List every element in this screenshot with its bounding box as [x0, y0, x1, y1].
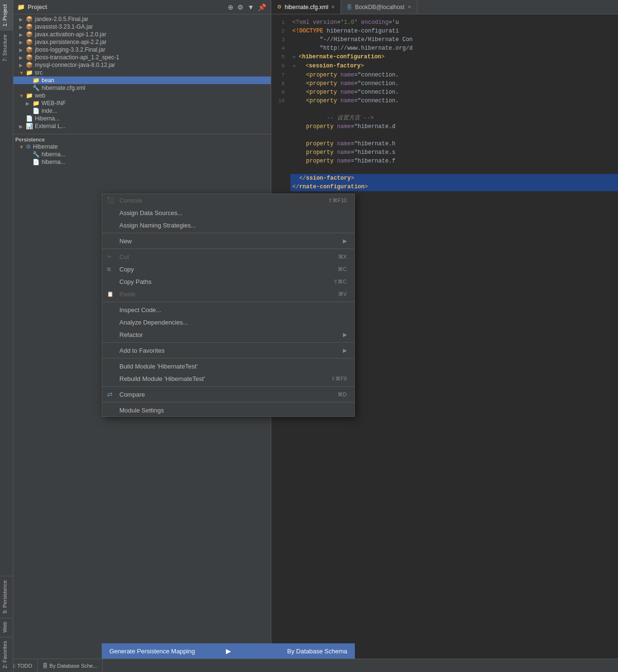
web-icon: 📁: [26, 92, 33, 99]
tree-item-hiberna-file[interactable]: 📄 hiberna...: [13, 158, 271, 166]
menu-separator-5: [102, 358, 354, 358]
menu-shortcut-console: ⇧⌘F10: [328, 197, 347, 204]
menu-label-analyze: Analyze Dependencies...: [119, 319, 188, 326]
menu-label-assign-ds: Assign Data Sources...: [119, 209, 182, 217]
paste-icon: 📋: [107, 291, 114, 297]
folder-icon: 📁: [26, 69, 33, 76]
tree-label: bean: [42, 77, 54, 84]
toolbar-gear-btn[interactable]: ⊕: [227, 3, 234, 11]
tree-arrow: ▶: [19, 47, 26, 53]
code-line-5: 5 ⊲ <hibernate-configuration>: [271, 53, 618, 62]
code-line-empty: [271, 105, 618, 114]
tree-item-jandex[interactable]: ▶ 📦 jandex-2.0.5.Final.jar: [13, 15, 271, 23]
menu-item-refactor[interactable]: Refactor ▶: [102, 328, 354, 341]
sidebar-item-web[interactable]: Web: [0, 618, 13, 636]
menu-label-inspect: Inspect Code...: [119, 306, 161, 314]
tree-label: mysql-connector-java-8.0.12.jar: [35, 62, 115, 68]
tree-item-jboss-logging[interactable]: ▶ 📦 jboss-logging-3.3.2.Final.jar: [13, 46, 271, 54]
jar-icon: 📦: [26, 31, 33, 38]
menu-shortcut-copy-paths: ⇧⌘C: [333, 279, 347, 285]
tree-item-javax-persistence[interactable]: ▶ 📦 javax.persistence-api-2.2.jar: [13, 38, 271, 46]
panel-folder-icon: 📁: [17, 3, 25, 11]
menu-shortcut-cut: ⌘X: [338, 254, 347, 260]
tree-arrow: ▼: [19, 93, 26, 98]
code-line-config-close: </rnate-configuration>: [271, 183, 618, 191]
jar-icon: 📦: [26, 46, 33, 53]
code-line-10: 10 <property name="connection.: [271, 97, 618, 105]
menu-item-console[interactable]: ⬛ Console ⇧⌘F10: [102, 194, 354, 206]
persistence-tab-label: 9: Persistence: [2, 580, 8, 614]
menu-item-build-module[interactable]: Build Module 'HibernateTest': [102, 360, 354, 372]
tree-label: External L...: [35, 123, 65, 130]
jar-icon: 📦: [26, 23, 33, 30]
menu-item-copy-paths[interactable]: Copy Paths ⇧⌘C: [102, 275, 354, 288]
persistence-header-item: Persistence: [13, 136, 271, 143]
tree-item-webinf[interactable]: ▶ 📁 WEB-INF: [13, 99, 271, 107]
tree-item-src[interactable]: ▼ 📁 src: [13, 69, 271, 76]
bottom-db-schema-btn[interactable]: 🗄 By Database Sche...: [38, 659, 103, 672]
generate-persistence-bar[interactable]: Generate Persistence Mapping ▶ By Databa…: [102, 643, 355, 659]
tab-hibernate-cfg[interactable]: ⚙ hibernate.cfg.xml ✕: [271, 0, 341, 14]
panel-title: Project: [28, 4, 47, 11]
tree-item-jboss-tx[interactable]: ▶ 📦 jboss-transaction-api_1.2_spec-1: [13, 54, 271, 61]
tree-item-hibernate-group[interactable]: ▼ ⚙ Hibernate: [13, 143, 271, 151]
editor-tabs: ⚙ hibernate.cfg.xml ✕ 🗄 BookDB@localhost…: [271, 0, 618, 14]
tree-item-index[interactable]: 📄 inde...: [13, 107, 271, 115]
tree-label: hibernate.cfg.xml: [42, 85, 85, 91]
toolbar-settings-btn[interactable]: ⚙: [236, 3, 245, 11]
menu-item-cut[interactable]: ✂ Cut ⌘X: [102, 250, 354, 263]
tab-close-btn[interactable]: ✕: [407, 4, 411, 10]
menu-item-assign-datasources[interactable]: Assign Data Sources...: [102, 206, 354, 219]
tab-bookdb[interactable]: 🗄 BookDB@localhost ✕: [341, 0, 417, 14]
menu-item-inspect-code[interactable]: Inspect Code...: [102, 303, 354, 316]
folder-icon: 📁: [32, 77, 40, 84]
tree-item-hiberna-xml[interactable]: 🔧 hiberna...: [13, 151, 271, 158]
toolbar-pin-btn[interactable]: 📌: [257, 3, 267, 11]
tree-item-mysql[interactable]: ▶ 📦 mysql-connector-java-8.0.12.jar: [13, 61, 271, 69]
tab-close-btn[interactable]: ✕: [331, 4, 335, 10]
menu-item-paste[interactable]: 📋 Paste ⌘V: [102, 288, 354, 300]
favorites-tab-label: 2: Favorites: [2, 641, 8, 668]
menu-item-assign-naming[interactable]: Assign Naming Strategies...: [102, 219, 354, 231]
menu-item-copy[interactable]: ⧉ Copy ⌘C: [102, 263, 354, 275]
tree-label: jboss-transaction-api_1.2_spec-1: [35, 54, 119, 61]
tree-item-external-libs[interactable]: ▶ 📊 External L...: [13, 122, 271, 130]
tree-item-javassist[interactable]: ▶ 📦 javassist-3.23.1-GA.jar: [13, 23, 271, 31]
web-tab-label: Web: [2, 622, 8, 632]
sidebar-item-favorites[interactable]: 2: Favorites: [0, 637, 13, 672]
menu-item-new[interactable]: New ▶: [102, 235, 354, 247]
menu-item-compare[interactable]: ⇄ Compare ⌘D: [102, 388, 354, 401]
tree-label: WEB-INF: [42, 100, 66, 107]
menu-separator-3: [102, 302, 354, 302]
gen-bar-arrow: ▶: [226, 647, 231, 655]
gen-bar-label: Generate Persistence Mapping: [109, 648, 226, 655]
tree-item-hibernate-cfg[interactable]: 🔧 hibernate.cfg.xml: [13, 84, 271, 92]
menu-item-rebuild-module[interactable]: Rebuild Module 'HibernateTest' ⇧⌘F9: [102, 372, 354, 385]
tree-item-hiberna[interactable]: 📄 Hiberna...: [13, 115, 271, 122]
code-line-session-close: </ssion-factory>: [271, 174, 618, 183]
project-tab-label: 1: Project: [2, 4, 8, 26]
sidebar-item-project[interactable]: 1: Project: [0, 0, 13, 30]
tab-db-icon: 🗄: [347, 4, 352, 10]
tree-item-javax-activation[interactable]: ▶ 📦 javax.activation-api-1.2.0.jar: [13, 31, 271, 38]
sidebar-item-structure[interactable]: 7: Structure: [0, 30, 13, 65]
code-line-9: 9 <property name="connection.: [271, 88, 618, 97]
tab-label: BookDB@localhost: [355, 4, 405, 11]
menu-label-rebuild: Rebuild Module 'HibernateTest': [119, 375, 205, 382]
menu-label-copy: Copy: [119, 266, 134, 273]
bottom-db-icon: 🗄: [43, 663, 48, 669]
tree-arrow: ▶: [19, 63, 26, 68]
menu-separator-4: [102, 342, 354, 343]
sidebar-item-persistence[interactable]: 9: Persistence: [0, 576, 13, 618]
tree-item-bean[interactable]: 📁 bean: [13, 76, 271, 84]
code-line-4: 4 "http://www.hibernate.org/d: [271, 44, 618, 53]
menu-item-analyze-deps[interactable]: Analyze Dependencies...: [102, 316, 354, 328]
jsp-icon: 📄: [32, 108, 40, 114]
menu-item-add-favorites[interactable]: Add to Favorites ▶: [102, 344, 354, 357]
bottom-bar: ⚙ 6: TODO 🗄 By Database Sche...: [0, 659, 618, 672]
xml-icon: 🔧: [32, 151, 40, 158]
toolbar-arrow-btn[interactable]: ▼: [246, 3, 255, 11]
tree-label: inde...: [42, 108, 57, 114]
tree-item-web[interactable]: ▼ 📁 web: [13, 92, 271, 99]
menu-item-module-settings[interactable]: Module Settings: [102, 404, 354, 416]
